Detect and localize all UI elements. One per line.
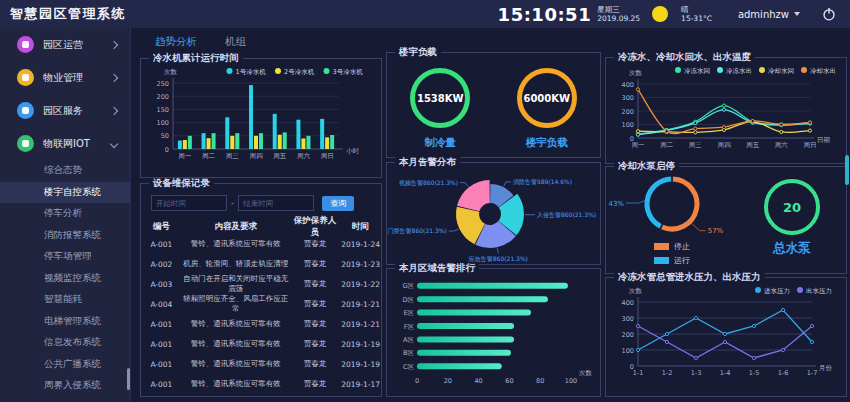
svg-text:周一: 周一 <box>632 141 646 149</box>
svg-text:次数: 次数 <box>629 287 643 295</box>
table-cell: A-003 <box>141 280 182 289</box>
svg-text:1号冷水机: 1号冷水机 <box>236 68 267 76</box>
total-pump-ring: 20 <box>764 179 820 235</box>
svg-text:1-1: 1-1 <box>633 369 644 377</box>
table-cell: A-001 <box>141 380 182 389</box>
table-row: A-001警铃、通讯系统应可靠有效贾春龙2019-1-19 <box>141 354 381 374</box>
svg-text:周二: 周二 <box>660 141 674 149</box>
water-temperature-line-chart: 0100200300400周一周二周三周四周五周六周日次数日期冷冻水回冷冻水出冷… <box>606 58 844 159</box>
panel-pump-status: 冷却水泵启停 43%57% 停止运行 20 总水泵 <box>605 166 847 274</box>
table-row: A-004轿厢照明应齐全、风扇工作应正常贾春龙2019-1-21 <box>141 294 381 314</box>
load-ring: 1538KW <box>410 68 470 128</box>
query-button[interactable]: 查询 <box>322 196 354 211</box>
power-button[interactable] <box>822 7 836 21</box>
sidebar-item[interactable]: 电梯管理系统 <box>0 311 130 333</box>
svg-text:100: 100 <box>565 377 577 385</box>
svg-text:60: 60 <box>505 377 513 385</box>
table-cell: 机房、轮滑间、轿顶走轨应清理 <box>182 259 290 269</box>
load-ring-item: 1538KW制冷量 <box>410 68 470 150</box>
svg-text:300: 300 <box>622 315 634 323</box>
weather-block: 晴 15-31°C <box>681 5 712 24</box>
table-cell: 警铃、通讯系统应可靠有效 <box>182 239 290 249</box>
sidebar-group-1[interactable]: 物业管理 <box>0 61 130 94</box>
pump-legend-item: 停止 <box>654 241 690 252</box>
svg-text:小时: 小时 <box>346 147 360 155</box>
sidebar-item[interactable]: 公共广播系统 <box>0 354 130 376</box>
sidebar-group-2[interactable]: 园区服务 <box>0 94 130 127</box>
table-row: A-001警铃、通讯系统应可靠有效贾春龙2019-1-19 <box>141 334 381 354</box>
svg-text:1-5: 1-5 <box>749 369 760 377</box>
load-ring: 6000KW <box>517 68 577 128</box>
svg-text:400: 400 <box>622 299 634 307</box>
start-time-input[interactable] <box>151 195 227 211</box>
table-cell: 警铃、通讯系统应可靠有效 <box>182 319 290 329</box>
svg-text:100: 100 <box>622 121 634 129</box>
table-row: A-001警铃、通讯系统应可靠有效贾春龙2019-1-21 <box>141 314 381 334</box>
table-cell: 2019-1-19 <box>340 340 381 349</box>
maintenance-table-header: 编号内容及要求保护保养人员时间 <box>141 215 381 234</box>
app-header: 智慧园区管理系统 15:10:51 星期三 2019.09.25 晴 15-31… <box>0 0 850 28</box>
table-cell: A-001 <box>141 360 182 369</box>
panel-water-pressure: 冷冻水管总管进水压力、出水压力 01002003004001-11-21-31-… <box>605 277 847 397</box>
header-right: 15:10:51 星期三 2019.09.25 晴 15-31°C adminh… <box>498 4 850 25</box>
svg-text:周日: 周日 <box>321 152 334 160</box>
alarm-distribution-pie-chart: 消防告警589(14.6%)入侵告警860(21.3%)应急告警860(21.3… <box>387 163 598 262</box>
chiller-runtime-bar-chart: 050100150200250周一周二周三周四周五周六周日次数小时1号冷水机2号… <box>141 59 379 173</box>
svg-text:出水压力: 出水压力 <box>806 287 832 295</box>
username: adminhzw <box>738 9 789 20</box>
panel-title-maintenance: 设备维保记录 <box>149 178 214 188</box>
panel-title-alarm-distribution: 本月告警分布 <box>395 157 460 167</box>
pump-status-donut-chart: 43%57% <box>606 167 738 241</box>
date: 2019.09.25 <box>597 14 640 23</box>
svg-text:20: 20 <box>444 377 452 385</box>
svg-text:日期: 日期 <box>817 136 830 144</box>
end-time-input[interactable] <box>238 195 314 211</box>
sidebar-group-0[interactable]: 园区运营 <box>0 28 130 61</box>
pump-legend-label: 停止 <box>674 241 690 252</box>
total-pump-value: 20 <box>783 200 801 215</box>
svg-text:入侵告警860(21.3%): 入侵告警860(21.3%) <box>537 211 596 219</box>
user-menu[interactable]: adminhzw <box>738 9 800 20</box>
svg-text:40: 40 <box>474 377 482 385</box>
sidebar-item[interactable]: 视频监控系统 <box>0 268 130 290</box>
svg-text:50: 50 <box>161 132 169 140</box>
chevron-right-icon <box>110 73 118 81</box>
clock: 15:10:51 <box>498 4 592 25</box>
weather-text: 晴 <box>681 5 712 14</box>
svg-text:冷冻水出: 冷冻水出 <box>726 67 752 75</box>
sidebar-item[interactable]: 停车分析 <box>0 203 130 225</box>
sidebar-item[interactable]: 综合态势 <box>0 160 130 182</box>
sidebar-group-label: 物联网IOT <box>43 137 90 151</box>
iot-icon <box>17 135 34 152</box>
svg-text:F区: F区 <box>404 323 415 331</box>
sidebar-item[interactable]: 出入口控制系统 <box>0 397 130 402</box>
sidebar-item[interactable]: 消防报警系统 <box>0 225 130 247</box>
park-service-icon <box>17 102 34 119</box>
panel-title-building-load: 楼宇负载 <box>395 47 441 57</box>
page-scrollbar-thumb[interactable] <box>845 155 849 185</box>
sidebar-item[interactable]: 周界入侵系统 <box>0 375 130 397</box>
table-cell: 警铃、通讯系统应可靠有效 <box>182 359 290 369</box>
svg-text:周日: 周日 <box>804 141 817 149</box>
sidebar-group-label: 物业管理 <box>43 71 83 85</box>
sidebar-scrollbar-thumb[interactable] <box>127 368 130 390</box>
svg-text:200: 200 <box>622 108 634 116</box>
sidebar-item[interactable]: 信息发布系统 <box>0 332 130 354</box>
sidebar-item[interactable]: 楼宇自控系统 <box>0 182 130 204</box>
sidebar-item[interactable]: 停车场管理 <box>0 246 130 268</box>
sidebar-item[interactable]: 智慧能耗 <box>0 289 130 311</box>
svg-text:G区: G区 <box>402 282 414 290</box>
svg-text:C区: C区 <box>403 363 415 371</box>
panel-region-ranking: 本月区域告警排行 G区D区E区F区A区B区C区020406080100次数 <box>386 268 601 397</box>
table-cell: 贾春龙 <box>290 259 340 269</box>
table-header-cell: 编号 <box>141 221 182 233</box>
svg-text:80: 80 <box>536 377 544 385</box>
svg-text:应急告警860(21.3%): 应急告警860(21.3%) <box>469 255 528 262</box>
sidebar-group-3[interactable]: 物联网IOT <box>0 127 130 160</box>
svg-text:0: 0 <box>415 377 419 385</box>
svg-text:1-6: 1-6 <box>778 369 789 377</box>
svg-text:次数: 次数 <box>164 68 178 76</box>
panel-title-pump-status: 冷却水泵启停 <box>614 161 679 171</box>
panel-title-water-pressure: 冷冻水管总管进水压力、出水压力 <box>614 272 765 282</box>
svg-text:周二: 周二 <box>202 152 216 160</box>
